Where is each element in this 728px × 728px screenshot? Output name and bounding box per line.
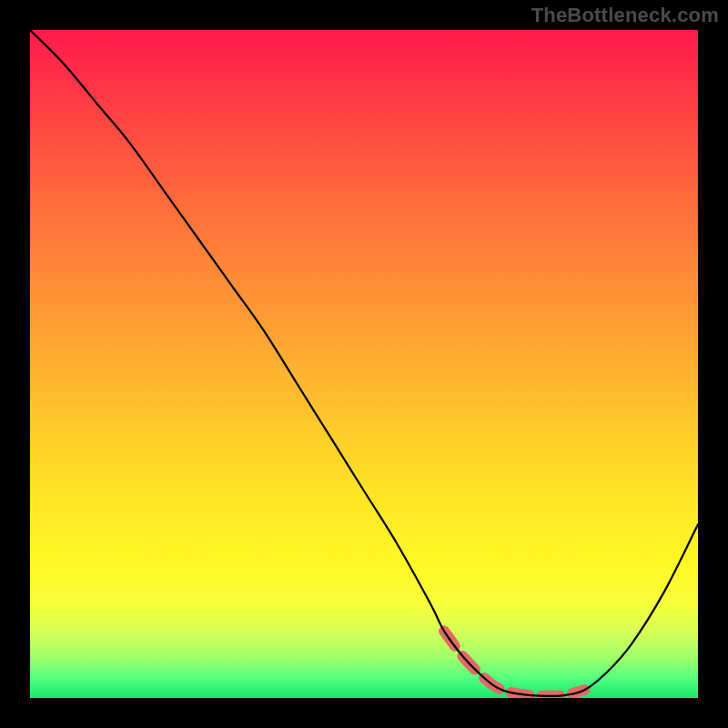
watermark-text: TheBottleneck.com (531, 4, 719, 27)
plot-area (30, 30, 698, 698)
chart-frame: TheBottleneck.com (0, 0, 728, 728)
bottleneck-curve (30, 30, 698, 696)
chart-svg (30, 30, 698, 698)
highlight-segment (444, 632, 584, 696)
